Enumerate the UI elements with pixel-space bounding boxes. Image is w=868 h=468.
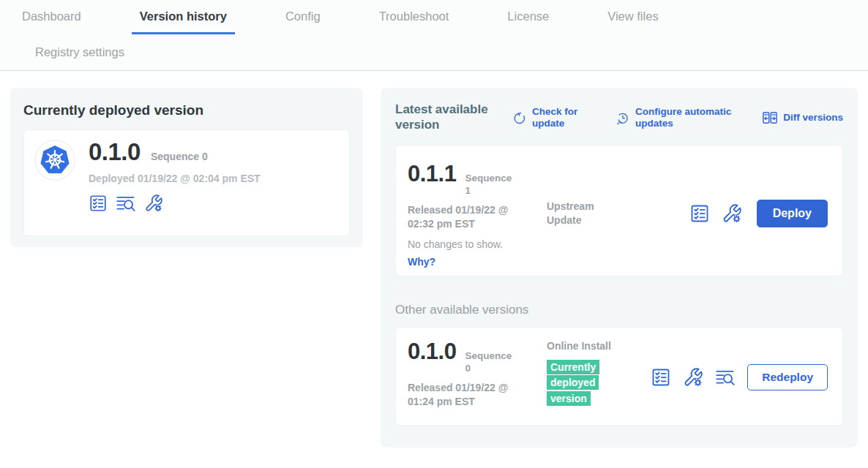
preflight-checklist-icon[interactable] (651, 367, 671, 388)
available-versions-header: Latest available version Check for updat… (395, 102, 843, 132)
latest-version-actions: Deploy (678, 162, 828, 265)
edit-config-icon[interactable] (683, 367, 703, 388)
deployed-version-number: 0.1.0 (89, 140, 141, 165)
deploy-logs-icon[interactable] (715, 367, 736, 388)
latest-version-details: 0.1.1 Sequence 1 Released 01/19/22 @ 02:… (408, 162, 547, 265)
tab-view-files[interactable]: View files (599, 0, 666, 34)
deploy-button[interactable]: Deploy (757, 200, 828, 227)
latest-version-number: 0.1.1 (408, 162, 456, 186)
kubernetes-logo-icon (34, 140, 75, 181)
latest-sequence-label: Sequence 1 (465, 173, 513, 197)
deployed-version-row: 0.1.0 Sequence 0 Deployed 01/19/22 @ 02:… (23, 129, 350, 236)
diff-versions-label: Diff versions (783, 112, 843, 124)
deployed-sequence-label: Sequence 0 (151, 151, 208, 162)
tab-config[interactable]: Config (277, 0, 329, 34)
other-available-versions-header: Other available versions (395, 303, 843, 317)
other-sequence-label: Sequence 0 (465, 350, 513, 375)
edit-config-icon[interactable] (144, 194, 163, 213)
tab-troubleshoot[interactable]: Troubleshoot (371, 0, 457, 34)
no-changes-note: No changes to show. (408, 238, 547, 250)
nav-primary-row: Dashboard Version history Config Trouble… (0, 0, 868, 34)
latest-version-source: Upstream Update (547, 162, 627, 265)
refresh-icon (512, 110, 527, 125)
latest-released-timestamp: Released 01/19/22 @ 02:32 pm EST (408, 203, 534, 230)
check-for-update-label: Check for update (532, 106, 588, 129)
other-version-number: 0.1.0 (408, 339, 456, 364)
other-version-source: Online Install (547, 339, 627, 352)
currently-deployed-badge: Currently deployed version (547, 360, 599, 406)
tab-license[interactable]: License (499, 0, 557, 34)
tab-registry-settings[interactable]: Registry settings (35, 45, 124, 59)
other-version-row: 0.1.0 Sequence 0 Released 01/19/22 @ 01:… (395, 327, 843, 426)
configure-automatic-updates-link[interactable]: Configure automatic updates (616, 106, 749, 129)
preflight-checklist-icon[interactable] (89, 194, 108, 213)
diff-versions-link[interactable]: Diff versions (762, 110, 843, 126)
why-link[interactable]: Why? (408, 256, 547, 268)
configure-automatic-updates-label: Configure automatic updates (635, 106, 749, 129)
top-navigation: Dashboard Version history Config Trouble… (0, 0, 868, 71)
deploy-logs-icon[interactable] (116, 193, 136, 214)
nav-secondary-row: Registry settings (0, 34, 868, 70)
deployed-timestamp: Deployed 01/19/22 @ 02:04 pm EST (89, 173, 261, 184)
other-version-actions: Redeploy (639, 339, 828, 415)
check-for-update-link[interactable]: Check for update (512, 106, 588, 129)
other-released-timestamp: Released 01/19/22 @ 01:24 pm EST (408, 381, 534, 408)
tab-version-history[interactable]: Version history (132, 0, 235, 34)
edit-config-icon[interactable] (722, 203, 742, 224)
available-versions-card: Latest available version Check for updat… (381, 88, 858, 448)
latest-available-title: Latest available version (395, 102, 493, 132)
deployed-version-details: 0.1.0 Sequence 0 Deployed 01/19/22 @ 02:… (89, 140, 261, 226)
tab-dashboard[interactable]: Dashboard (14, 0, 89, 34)
currently-deployed-card: Currently deployed version 0.1.0 Sequenc… (10, 88, 363, 247)
currently-deployed-badge-wrap: Currently deployed version (547, 360, 605, 407)
other-version-source-column: Online Install Currently deployed versio… (547, 339, 627, 415)
other-version-details: 0.1.0 Sequence 0 Released 01/19/22 @ 01:… (408, 339, 547, 415)
redeploy-button[interactable]: Redeploy (747, 364, 828, 390)
currently-deployed-title: Currently deployed version (23, 102, 350, 118)
preflight-checklist-icon[interactable] (689, 203, 710, 224)
latest-version-row: 0.1.1 Sequence 1 Released 01/19/22 @ 02:… (395, 145, 843, 276)
schedule-refresh-icon (616, 110, 630, 125)
diff-icon (762, 110, 778, 126)
